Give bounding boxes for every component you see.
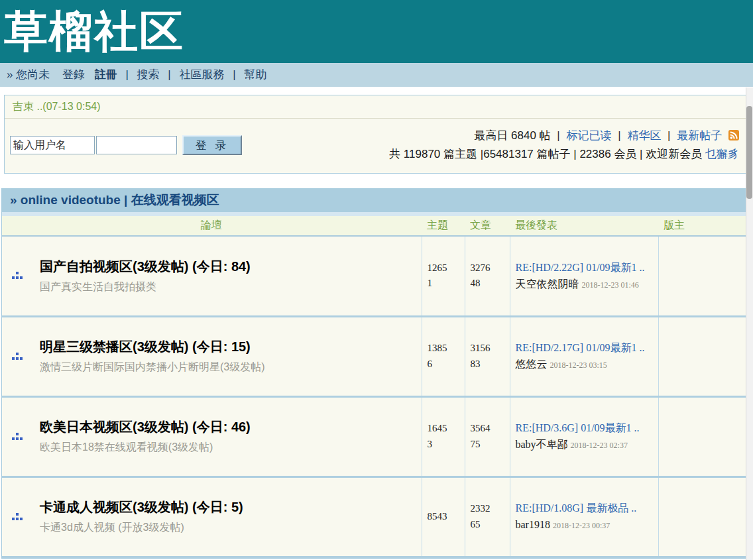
nav-register-link[interactable]: 註冊	[95, 68, 117, 81]
topics-count: 16453	[428, 421, 451, 452]
site-banner: 草榴社区	[0, 0, 753, 63]
last-post-meta: 天空依然阴暗2018-12-23 01:46	[516, 277, 653, 292]
posts-count-cell: 327648	[465, 236, 510, 316]
forum-info-cell: 国产自拍视频区(3级发帖) (今日: 84) 国产真实生活自我拍摄类	[32, 236, 422, 316]
nav-separator: |	[168, 68, 170, 81]
forum-status-icon-cell	[2, 396, 32, 476]
last-post-time: 2018-12-23 02:37	[571, 441, 628, 450]
last-post-cell: RE:[HD/1.08G] 最新极品 .. bar19182018-12-23 …	[510, 476, 658, 557]
topics-count: 8543	[428, 509, 451, 524]
moderator-cell	[658, 236, 750, 316]
nav-service-link[interactable]: 社區服務	[179, 68, 224, 81]
forum-row: 卡通成人视频区(3级发帖) (今日: 5) 卡通3d成人视频 (开放3级发帖) …	[2, 476, 750, 557]
last-post-link[interactable]: RE:[HD/1.08G] 最新极品 ..	[516, 501, 653, 516]
board-stats: 最高日 6840 帖 | 标记已读 | 精华区 | 最新帖子 共 119870 …	[389, 127, 739, 164]
last-post-time: 2018-12-23 00:37	[553, 521, 610, 530]
newest-member-link[interactable]: 乜獬豸	[705, 148, 739, 160]
forum-row: 欧美日本视频区(3级发帖) (今日: 46) 欧美日本18禁在线观看视频(3级发…	[2, 396, 750, 476]
password-input[interactable]	[96, 136, 177, 154]
last-post-link[interactable]: RE:[HD/3.6G] 01/09最新1 ..	[516, 421, 653, 435]
forum-description: 国产真实生活自我拍摄类	[40, 280, 414, 294]
col-header-topics: 主題	[422, 216, 465, 236]
forum-info-cell: 明星三级禁播区(3级发帖) (今日: 15) 激情三级片断国际国内禁播小片断明星…	[32, 316, 422, 396]
topics-count-cell: 8543	[422, 476, 465, 557]
last-post-author[interactable]: 悠悠云	[516, 359, 548, 370]
posts-count-cell: 356475	[465, 396, 510, 476]
section-title[interactable]: » online videotube | 在线观看视频区	[2, 188, 747, 212]
col-header-posts: 文章	[465, 216, 510, 236]
forum-info-cell: 欧美日本视频区(3级发帖) (今日: 46) 欧美日本18禁在线观看视频(3级发…	[32, 396, 422, 476]
nav-login-link[interactable]: 登錄	[62, 68, 85, 81]
last-post-author[interactable]: bar1918	[516, 519, 550, 530]
forum-status-icon-cell	[2, 476, 32, 557]
topics-count-cell: 16453	[422, 396, 465, 476]
mark-read-link[interactable]: 标记已读	[566, 129, 611, 142]
forum-info-cell: 卡通成人视频区(3级发帖) (今日: 5) 卡通3d成人视频 (开放3级发帖)	[32, 476, 422, 557]
forum-dots-icon	[12, 513, 23, 520]
topics-count: 13856	[428, 341, 451, 372]
last-post-link[interactable]: RE:[HD/2.17G] 01/09最新1 ..	[516, 341, 653, 355]
forum-dots-icon	[12, 433, 23, 440]
forum-title-link[interactable]: 国产自拍视频区(3级发帖) (今日: 84)	[40, 258, 414, 276]
login-form: 登 录	[10, 135, 242, 155]
posts-count: 356475	[471, 421, 494, 452]
forum-description: 欧美日本18禁在线观看视频(3级发帖)	[40, 441, 414, 455]
site-logo: 草榴社区	[0, 0, 753, 62]
last-post-author[interactable]: baby不卑鄙	[516, 439, 568, 450]
forum-status-icon-cell	[2, 316, 32, 396]
topics-count: 12651	[428, 260, 451, 292]
username-input[interactable]	[10, 136, 95, 154]
nav-separator: |	[233, 68, 235, 81]
forum-status-icon-cell	[2, 236, 32, 316]
login-button[interactable]: 登 录	[182, 135, 242, 155]
scrollbar-thumb[interactable]	[746, 106, 752, 199]
posts-count-cell: 233265	[465, 476, 510, 557]
forum-title-link[interactable]: 卡通成人视频区(3级发帖) (今日: 5)	[40, 498, 414, 516]
forum-section: » online videotube | 在线观看视频区 論壇 主題 文章 最後…	[1, 188, 748, 559]
topics-count-cell: 13856	[422, 316, 465, 396]
last-post-meta: 悠悠云2018-12-23 03:15	[516, 357, 653, 372]
forum-table-header: 論壇 主題 文章 最後發表 版主	[2, 216, 750, 236]
moderator-cell	[658, 396, 750, 476]
posts-count: 327648	[471, 260, 494, 292]
top-day-posts: 最高日 6840 帖	[474, 129, 550, 142]
stats-line2: 共 119870 篇主题 |65481317 篇帖子 | 22386 会员 | …	[389, 145, 739, 164]
last-post-meta: baby不卑鄙2018-12-23 02:37	[516, 437, 653, 452]
nav-search-link[interactable]: 搜索	[137, 68, 160, 81]
posts-count: 233265	[471, 501, 494, 532]
last-post-link[interactable]: RE:[HD/2.22G] 01/09最新1 ..	[516, 260, 653, 275]
last-post-author[interactable]: 天空依然阴暗	[516, 278, 579, 290]
rss-icon[interactable]	[728, 130, 739, 140]
moderator-cell	[658, 316, 750, 396]
forum-title-link[interactable]: 欧美日本视频区(3级发帖) (今日: 46)	[40, 418, 414, 436]
announcement-text[interactable]: 吉束 ..(07-13 0:54)	[5, 95, 747, 119]
digest-area-link[interactable]: 精华区	[627, 129, 661, 142]
posts-count-cell: 315683	[465, 316, 510, 396]
col-header-lastpost: 最後發表	[510, 216, 658, 236]
forum-description: 激情三级片断国际国内禁播小片断明星(3级发帖)	[40, 361, 414, 374]
forum-dots-icon	[12, 272, 23, 279]
stats-separator: |	[557, 129, 559, 142]
notice-panel: 吉束 ..(07-13 0:54) 登 录 最高日 6840 帖 | 标记已读 …	[4, 95, 748, 174]
stats-separator: |	[667, 129, 670, 142]
last-post-cell: RE:[HD/3.6G] 01/09最新1 .. baby不卑鄙2018-12-…	[510, 396, 658, 476]
forum-title-link[interactable]: 明星三级禁播区(3级发帖) (今日: 15)	[40, 338, 414, 356]
forum-row: 国产自拍视频区(3级发帖) (今日: 84) 国产真实生活自我拍摄类 12651…	[2, 236, 750, 316]
stats-separator: |	[618, 129, 620, 142]
login-stats-row: 登 录 最高日 6840 帖 | 标记已读 | 精华区 | 最新帖子 共 119…	[5, 119, 747, 173]
nav-separator: |	[125, 68, 128, 81]
forum-table: 論壇 主題 文章 最後發表 版主 国产自拍视频区(3级发帖) (今日: 84) …	[2, 216, 750, 558]
stats-line1: 最高日 6840 帖 | 标记已读 | 精华区 | 最新帖子	[389, 127, 739, 145]
new-posts-link[interactable]: 最新帖子	[677, 129, 722, 142]
last-post-meta: bar19182018-12-23 00:37	[516, 518, 653, 532]
nav-status-text: » 您尚未	[7, 68, 50, 81]
last-post-cell: RE:[HD/2.22G] 01/09最新1 .. 天空依然阴暗2018-12-…	[510, 236, 658, 316]
top-nav: » 您尚未 登錄 註冊 | 搜索 | 社區服務 | 幫助	[0, 63, 753, 87]
last-post-time: 2018-12-23 03:15	[550, 361, 607, 370]
forum-description: 卡通3d成人视频 (开放3级发帖)	[40, 521, 414, 535]
col-header-forum: 論壇	[2, 216, 422, 236]
nav-help-link[interactable]: 幫助	[244, 68, 266, 81]
topics-count-cell: 12651	[422, 236, 465, 316]
col-header-moderator: 版主	[658, 216, 750, 236]
vertical-scrollbar[interactable]	[746, 87, 753, 560]
